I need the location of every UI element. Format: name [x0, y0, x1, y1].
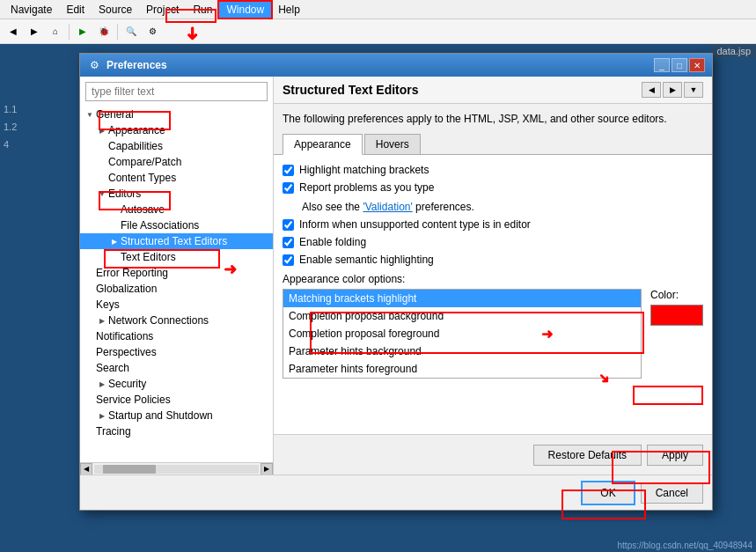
color-text-input[interactable]	[633, 386, 703, 405]
menu-navigate[interactable]: Navigate	[4, 2, 59, 18]
nav-menu-btn[interactable]: ▼	[684, 82, 703, 98]
color-item-param-hints-fg[interactable]: Parameter hints foreground	[283, 360, 641, 378]
expand-arrow[interactable]: ▶	[96, 314, 108, 327]
filter-input[interactable]	[85, 82, 268, 101]
checkbox-report-problems: Report problems as you type	[283, 181, 703, 194]
toolbar-back[interactable]: ◀	[4, 22, 23, 41]
restore-defaults-btn[interactable]: Restore Defaults	[533, 445, 642, 466]
scroll-left[interactable]: ◀	[80, 463, 92, 475]
menu-bar: Navigate Edit Source Project Run Window …	[0, 0, 756, 19]
tree-item-structured-text[interactable]: ▶ Structured Text Editors	[80, 233, 273, 249]
checkbox-inform-input[interactable]	[283, 219, 294, 231]
content-panel: Structured Text Editors ◀ ▶ ▼ The follow…	[274, 77, 712, 475]
editor-filename: data.jsp	[711, 44, 756, 58]
nav-forward-btn[interactable]: ▶	[663, 82, 682, 98]
cancel-btn[interactable]: Cancel	[641, 482, 703, 504]
tab-appearance[interactable]: Appearance	[283, 134, 363, 155]
apply-btn[interactable]: Apply	[647, 445, 703, 466]
tree-item-error-reporting[interactable]: Error Reporting	[80, 265, 273, 281]
tree-label: Text Editors	[121, 251, 176, 263]
checkbox-inform-unsupported: Inform when unsupported content type is …	[283, 218, 703, 231]
line-3: 4	[4, 136, 17, 154]
toolbar-forward[interactable]: ▶	[25, 22, 44, 41]
tree-item-content-types[interactable]: Content Types	[80, 170, 273, 186]
toolbar-settings[interactable]: ⚙	[143, 22, 162, 41]
line-1: 1.1	[4, 101, 17, 119]
expand-arrow[interactable]: ▼	[84, 108, 96, 121]
checkbox-enable-folding: Enable folding	[283, 236, 703, 248]
line-numbers: 1.1 1.2 4	[0, 101, 20, 153]
color-picker-area: Color:	[650, 289, 703, 326]
checkbox-folding-input[interactable]	[283, 237, 294, 248]
tab-hovers[interactable]: Hovers	[364, 134, 421, 154]
color-item-completion-bg[interactable]: Completion proposal background	[283, 307, 641, 325]
nav-buttons: ◀ ▶ ▼	[642, 82, 703, 98]
dialog-minimize-btn[interactable]: _	[654, 58, 670, 72]
tree-item-general[interactable]: ▼ General	[80, 107, 273, 122]
color-swatch[interactable]	[650, 305, 703, 326]
tree-item-startup[interactable]: ▶ Startup and Shutdown	[80, 408, 273, 423]
menu-window[interactable]: Window	[219, 2, 271, 18]
checkbox-report-input[interactable]	[283, 182, 294, 194]
scroll-thumb[interactable]	[103, 465, 156, 474]
content-area: Highlight matching brackets Report probl…	[274, 155, 712, 434]
validation-link[interactable]: 'Validation'	[363, 201, 412, 213]
tree-item-keys[interactable]: Keys	[80, 297, 273, 313]
tree-item-notifications[interactable]: Notifications	[80, 328, 273, 344]
tree-label: Security	[108, 378, 146, 390]
dialog-titlebar: ⚙ Preferences _ □ ✕	[80, 54, 712, 77]
ok-cancel-row: OK Cancel	[80, 475, 712, 510]
tree-item-file-assoc[interactable]: File Associations	[80, 217, 273, 233]
tree-label: Appearance	[108, 124, 165, 136]
tree-item-compare[interactable]: Compare/Patch	[80, 154, 273, 170]
ok-btn[interactable]: OK	[581, 481, 635, 505]
color-item-param-hints-bg[interactable]: Parameter hints background	[283, 342, 641, 360]
tree-item-globalization[interactable]: Globalization	[80, 281, 273, 297]
menu-edit[interactable]: Edit	[59, 2, 92, 18]
scroll-track[interactable]	[94, 465, 259, 474]
validation-note: Also see the 'Validation' preferences.	[283, 199, 703, 218]
tree-item-autosave[interactable]: Autosave	[80, 202, 273, 217]
checkbox-semantic-input[interactable]	[283, 254, 294, 266]
tree-label: Keys	[96, 298, 120, 311]
menu-project[interactable]: Project	[139, 2, 186, 18]
tree-item-search[interactable]: Search	[80, 360, 273, 376]
toolbar-home[interactable]: ⌂	[46, 22, 65, 41]
dialog-close-btn[interactable]: ✕	[689, 58, 705, 72]
tree-item-text-editors[interactable]: Text Editors	[80, 249, 273, 265]
tree-label: Notifications	[96, 330, 153, 342]
expand-arrow[interactable]: ▶	[96, 378, 108, 390]
tree-item-appearance[interactable]: ▶ Appearance	[80, 122, 273, 138]
preferences-dialog: ⚙ Preferences _ □ ✕ ▼ General ▶ Appea	[79, 53, 713, 511]
expand-arrow[interactable]: ▶	[96, 409, 108, 422]
tree-item-capabilities[interactable]: Capabilities	[80, 138, 273, 154]
color-item-matching-brackets[interactable]: Matching brackets highlight	[283, 290, 641, 307]
scroll-right[interactable]: ▶	[261, 463, 273, 475]
menu-run[interactable]: Run	[186, 2, 219, 18]
expand-arrow[interactable]: ▶	[108, 235, 121, 247]
expand-arrow[interactable]: ▶	[96, 124, 108, 136]
url-bar: https://blog.csdn.net/qq_40948944	[618, 541, 752, 550]
checkbox-highlight-input[interactable]	[283, 165, 294, 176]
color-list: Matching brackets highlight Completion p…	[283, 289, 642, 379]
tree-item-perspectives[interactable]: Perspectives	[80, 344, 273, 360]
horizontal-scrollbar[interactable]: ◀ ▶	[80, 462, 273, 475]
tree-item-service-policies[interactable]: Service Policies	[80, 392, 273, 408]
tree-item-network[interactable]: ▶ Network Connections	[80, 313, 273, 328]
toolbar-separator-1	[69, 24, 70, 40]
toolbar-debug[interactable]: 🐞	[94, 22, 114, 41]
toolbar-run[interactable]: ▶	[73, 22, 92, 41]
checkbox-report-label: Report problems as you type	[299, 181, 434, 194]
toolbar-search[interactable]: 🔍	[121, 22, 141, 41]
color-item-completion-fg[interactable]: Completion proposal foreground	[283, 325, 641, 342]
menu-help[interactable]: Help	[271, 2, 307, 18]
tree-item-tracing[interactable]: Tracing	[80, 423, 273, 439]
dialog-maximize-btn[interactable]: □	[672, 58, 687, 72]
menu-source[interactable]: Source	[92, 2, 139, 18]
checkbox-folding-label: Enable folding	[299, 236, 366, 248]
dialog-body: ▼ General ▶ Appearance Capabilities	[80, 77, 712, 475]
nav-back-btn[interactable]: ◀	[642, 82, 661, 98]
expand-arrow[interactable]: ▼	[96, 188, 108, 200]
tree-item-editors[interactable]: ▼ Editors	[80, 186, 273, 202]
tree-item-security[interactable]: ▶ Security	[80, 376, 273, 392]
